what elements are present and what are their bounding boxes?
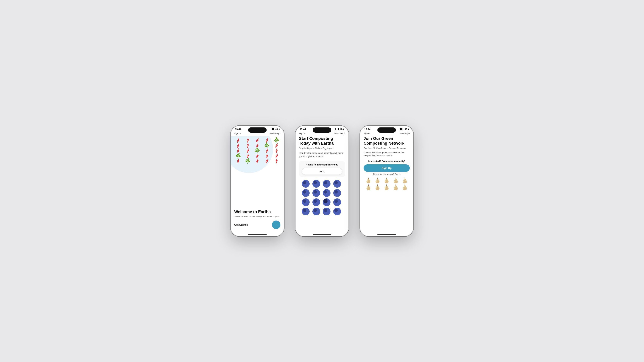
dot-6 <box>312 189 320 197</box>
chili-area: 🌶 🌶 🌶 🌶 🌿 🌶 🌶 🌶 🌿 🌶 🌶 🌶 🌿 🌶 🌶 🌿 <box>230 136 284 184</box>
dot-8 <box>333 189 341 197</box>
pear-icon: 🍐 <box>364 178 372 184</box>
dot-1 <box>302 180 310 188</box>
phone3-subtitle: Together, We Can Create a Greener Tomorr… <box>364 147 410 149</box>
battery-3: ▮ <box>408 128 409 130</box>
dot-3 <box>323 180 330 188</box>
pear-icon: 🍐 <box>392 178 400 184</box>
pear-icon: 🍐 <box>364 184 372 190</box>
dot-9 <box>302 198 310 206</box>
dynamic-island-2 <box>313 128 331 132</box>
pear-icon: 🍐 <box>373 184 382 190</box>
home-bar-3 <box>378 234 396 235</box>
pear-grid-top: 🍐 🍐 🍐 🍐 🍐 <box>364 175 410 184</box>
status-icons-2: ▌▌▌ 4G ▮ <box>335 128 344 130</box>
dot-11 <box>323 198 330 206</box>
network-3: 4G <box>405 128 407 130</box>
network-2: 4G <box>340 128 342 130</box>
time-2: 13:44 <box>300 128 306 130</box>
get-started-button[interactable] <box>272 220 280 229</box>
phones-container: 13:44 ▌▌▌ 4G ▮ Sign In Need Help? 🌶 🌶 🌶 … <box>230 126 414 236</box>
pear-icon: 🍐 <box>373 178 382 184</box>
phone2-content: Start Composting Today with Eartha Simpl… <box>295 136 349 215</box>
dot-7 <box>323 189 330 197</box>
pear-icon: 🍐 <box>401 178 409 184</box>
time-3: 13:44 <box>364 128 370 130</box>
help-link-2[interactable]: Need Help? <box>334 132 345 135</box>
pear-icon: 🍐 <box>392 184 400 190</box>
chili-grid: 🌶 🌶 🌶 🌶 🌿 🌶 🌶 🌶 🌿 🌶 🌶 🌶 🌿 🌶 🌶 🌿 <box>230 136 284 165</box>
signal-icon-1: ▌▌▌ <box>271 128 274 130</box>
next-button[interactable]: Next <box>302 168 342 175</box>
dot-13 <box>302 208 310 215</box>
dot-15 <box>323 208 330 215</box>
battery-1: ▮ <box>278 128 280 130</box>
phone-3: 13:44 ▌▌▌ 4G ▮ Sign In Need Help? Join O… <box>360 126 414 236</box>
signal-icon-2: ▌▌▌ <box>335 128 339 130</box>
dot-5 <box>302 189 310 197</box>
home-bar-2 <box>313 234 331 235</box>
dot-10 <box>312 198 320 206</box>
dynamic-island-3 <box>378 128 396 132</box>
ready-card: Ready to make a difference? Next <box>299 161 345 177</box>
phone1-footer: Get Started <box>234 220 280 229</box>
pear-grid-bottom: 🍐 🍐 🍐 🍐 🍐 <box>364 184 410 190</box>
time-1: 13:44 <box>235 128 241 130</box>
get-started-text[interactable]: Get Started <box>234 223 248 226</box>
phone3-content: Join Our Green Composting Network Togeth… <box>360 136 414 190</box>
interested-text: Interested? Join ourcommunity! <box>364 160 410 162</box>
pear-icon: 🍐 <box>401 184 409 190</box>
ready-text: Ready to make a difference? <box>302 163 342 166</box>
dots-grid <box>299 180 345 215</box>
phone3-title: Join Our Green Composting Network <box>364 136 410 146</box>
pear-icon: 🍐 <box>382 184 391 190</box>
pear-icon: 🍐 <box>382 178 391 184</box>
home-bar-1 <box>248 234 266 235</box>
dot-2 <box>312 180 320 188</box>
signal-icon-3: ▌▌▌ <box>400 128 404 130</box>
phone1-subtitle: Transform Your Kitchen Scraps into Rich … <box>234 215 280 218</box>
help-link-1[interactable]: Need Help? <box>270 132 280 135</box>
phone-1: 13:44 ▌▌▌ 4G ▮ Sign In Need Help? 🌶 🌶 🌶 … <box>230 126 284 236</box>
dot-12 <box>333 198 341 206</box>
sign-in-link-1[interactable]: Sign In <box>234 132 240 135</box>
status-icons-1: ▌▌▌ 4G ▮ <box>271 128 280 130</box>
phone-2: 13:44 ▌▌▌ 4G ▮ Sign In Need Help? Start … <box>295 126 349 236</box>
phone2-title: Start Composting Today with Eartha <box>299 136 345 146</box>
phone1-bottom: Welcome to Eartha Transform Your Kitchen… <box>230 210 284 229</box>
signup-button[interactable]: Sign Up <box>364 164 410 172</box>
sign-in-link-2[interactable]: Sign In <box>299 132 305 135</box>
network-1: 4G <box>276 128 278 130</box>
dot-16 <box>333 208 341 215</box>
battery-2: ▮ <box>343 128 344 130</box>
phone2-desc: Step-by-step guides and handy tips will … <box>299 152 345 158</box>
dynamic-island-1 <box>248 128 266 132</box>
phone1-title: Welcome to Eartha <box>234 210 280 214</box>
dot-14 <box>312 208 320 215</box>
signin-text[interactable]: Already have an account? Sign In <box>364 173 410 175</box>
phone3-desc: Connect with fellow gardeners and share … <box>364 151 410 157</box>
dot-4 <box>333 180 341 188</box>
sign-in-link-3[interactable]: Sign In <box>364 132 370 135</box>
help-link-3[interactable]: Need Help? <box>399 132 410 135</box>
phone2-subtitle: Simple Steps to Make a Big Impact! <box>299 147 345 150</box>
status-icons-3: ▌▌▌ 4G ▮ <box>400 128 409 130</box>
